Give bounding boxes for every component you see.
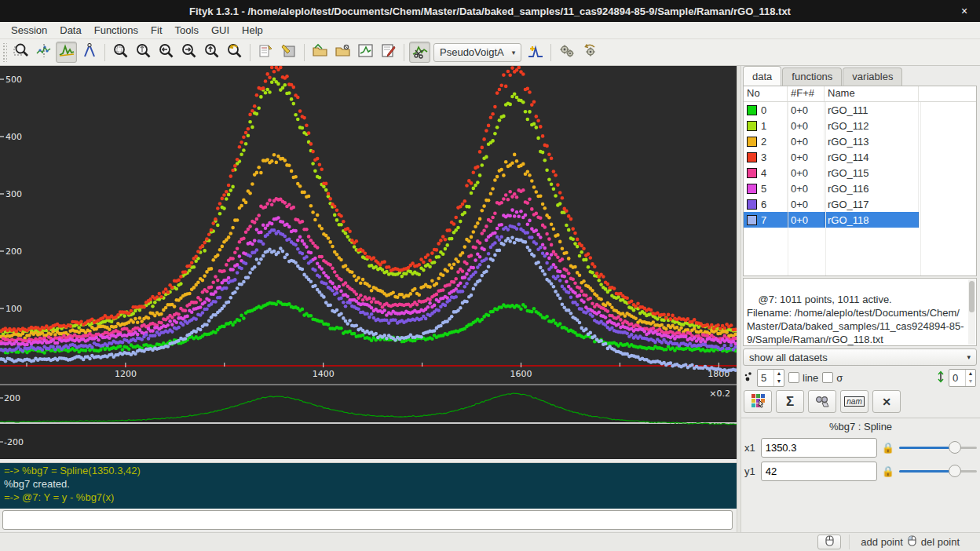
auto-add-peak-button[interactable] [525, 42, 546, 63]
sum-datasets-button[interactable]: Σ [776, 390, 804, 413]
menu-item-tools[interactable]: Tools [169, 22, 205, 38]
color-swatch[interactable] [747, 152, 757, 162]
grid-line [825, 102, 826, 276]
table-row-rGO_113[interactable]: 20+0rGO_113 [744, 133, 976, 149]
spinner-arrows[interactable]: ▲▼ [773, 370, 784, 386]
color-swatch[interactable] [747, 184, 757, 194]
point-size-spinner[interactable]: 5 ▲▼ [757, 369, 784, 387]
save-image-button[interactable] [355, 42, 376, 63]
y1-slider[interactable] [899, 464, 977, 478]
add-peak-mode-button[interactable] [56, 42, 77, 63]
zoom-right-button[interactable] [178, 42, 199, 63]
menu-item-data[interactable]: Data [53, 22, 87, 38]
open-data-button[interactable] [309, 42, 331, 63]
table-row-rGO_112[interactable]: 10+0rGO_112 [744, 118, 976, 133]
x1-input[interactable] [761, 438, 877, 458]
slider-knob[interactable] [949, 465, 961, 477]
add-point-mode-button[interactable] [79, 42, 100, 63]
aux-plot-canvas[interactable]: 200-200×0.2 [0, 385, 737, 459]
table-row-rGO_111[interactable]: 00+0rGO_111 [744, 102, 976, 118]
dataset-list[interactable]: No #F+# Name 00+0rGO_11110+0rGO_11220+0r… [743, 86, 977, 276]
rename-dataset-button[interactable]: nam [840, 390, 868, 413]
color-swatch[interactable] [747, 168, 757, 178]
gear-undo-icon [581, 42, 598, 62]
line-checkbox[interactable]: line [788, 372, 818, 384]
open-data-custom-button[interactable] [332, 42, 353, 63]
column-header-functions[interactable]: #F+# [788, 86, 825, 101]
session-log-button[interactable] [255, 42, 276, 63]
table-row-rGO_118[interactable]: 70+0rGO_118 [744, 212, 976, 228]
zoom-right-icon [181, 42, 198, 62]
shift-spinner[interactable]: 0 ▲▼ [949, 369, 976, 387]
x1-slider[interactable] [899, 440, 977, 454]
checkbox-icon[interactable] [788, 372, 799, 383]
info-scrollbar[interactable] [968, 279, 975, 345]
column-header-no[interactable]: No [744, 86, 788, 101]
data-range-mode-button[interactable] [33, 42, 54, 63]
lock-icon[interactable]: 🔒 [882, 465, 894, 477]
window-title: Fityk 1.3.1 - /home/aleplo/test/Document… [189, 5, 791, 17]
lock-icon[interactable]: 🔒 [882, 442, 894, 454]
tab-variables[interactable]: variables [843, 68, 902, 86]
aux-plot-area[interactable]: 200-200×0.2 [0, 385, 737, 459]
menu-item-gui[interactable]: GUI [205, 22, 236, 38]
color-grid-icon [751, 393, 766, 411]
point-size-value: 5 [758, 370, 773, 386]
dataset-name: rGO_112 [825, 118, 919, 133]
delete-dataset-button[interactable]: ✕ [872, 390, 901, 413]
menu-item-functions[interactable]: Functions [88, 22, 144, 38]
dataset-func-count: 0+0 [788, 181, 825, 196]
show-datasets-dropdown[interactable]: show all datasets ▾ [743, 348, 977, 366]
zoom-left-button[interactable] [155, 42, 177, 63]
main-plot-area[interactable]: 1200140016001800500400300200100 [0, 66, 737, 384]
function-type-dropdown[interactable]: PseudoVoigtA ▾ [433, 43, 521, 62]
dataset-name: rGO_116 [825, 181, 919, 196]
menu-item-session[interactable]: Session [5, 22, 53, 38]
menu-item-fit[interactable]: Fit [144, 22, 168, 38]
dataset-no: 1 [744, 118, 788, 133]
window-close-button[interactable]: × [956, 0, 972, 22]
main-plot-canvas[interactable]: 1200140016001800500400300200100 [0, 66, 737, 384]
color-swatch[interactable] [747, 105, 757, 115]
zoom-mode-button[interactable] [10, 42, 31, 63]
table-row-rGO_117[interactable]: 60+0rGO_117 [744, 196, 976, 212]
tab-functions[interactable]: functions [782, 68, 842, 86]
command-input[interactable] [2, 510, 733, 530]
color-swatch[interactable] [747, 215, 757, 225]
slider-knob[interactable] [949, 441, 961, 454]
zoom-previous-button[interactable] [224, 42, 245, 63]
undo-fit-button[interactable] [579, 42, 600, 63]
zoom-up-button[interactable] [201, 42, 222, 63]
table-row-rGO_114[interactable]: 30+0rGO_114 [744, 149, 976, 165]
menu-item-help[interactable]: Help [236, 22, 269, 38]
color-swatch[interactable] [747, 199, 757, 210]
window-titlebar: Fityk 1.3.1 - /home/aleplo/test/Document… [0, 0, 980, 22]
table-row-rGO_116[interactable]: 50+0rGO_116 [744, 181, 976, 196]
dataset-list-header: No #F+# Name [744, 86, 976, 102]
color-swatch[interactable] [747, 137, 757, 147]
y1-input[interactable] [761, 462, 877, 481]
copy-data-button[interactable] [808, 390, 836, 413]
toolbar-separator [550, 44, 551, 61]
sigma-checkbox[interactable]: σ [822, 372, 843, 384]
zoom-vertical-button[interactable] [133, 42, 154, 63]
dataset-colors-button[interactable] [744, 390, 772, 413]
toolbar-drag-handle[interactable] [2, 43, 7, 62]
run-fit-button[interactable] [556, 42, 577, 63]
mouse-hint-button[interactable] [817, 535, 841, 549]
tab-data[interactable]: data [743, 66, 781, 86]
checkbox-icon[interactable] [822, 372, 833, 383]
color-swatch[interactable] [747, 121, 757, 131]
zoom-previous-icon [226, 42, 243, 62]
zoom-all-button[interactable] [110, 42, 131, 63]
del-point-hint: del point [921, 536, 960, 548]
spinner-arrows[interactable]: ▲▼ [965, 370, 975, 386]
svg-text:×0.2: ×0.2 [709, 389, 730, 399]
spline-section: %bg7 : Spline x1 🔒 y1 🔒 [741, 418, 980, 483]
save-script-button[interactable] [378, 42, 399, 63]
strip-background-button[interactable] [409, 42, 430, 63]
column-header-name[interactable]: Name [825, 86, 919, 101]
reset-session-button[interactable] [278, 42, 299, 63]
table-row-rGO_115[interactable]: 40+0rGO_115 [744, 165, 976, 181]
dataset-func-count: 0+0 [788, 118, 825, 133]
